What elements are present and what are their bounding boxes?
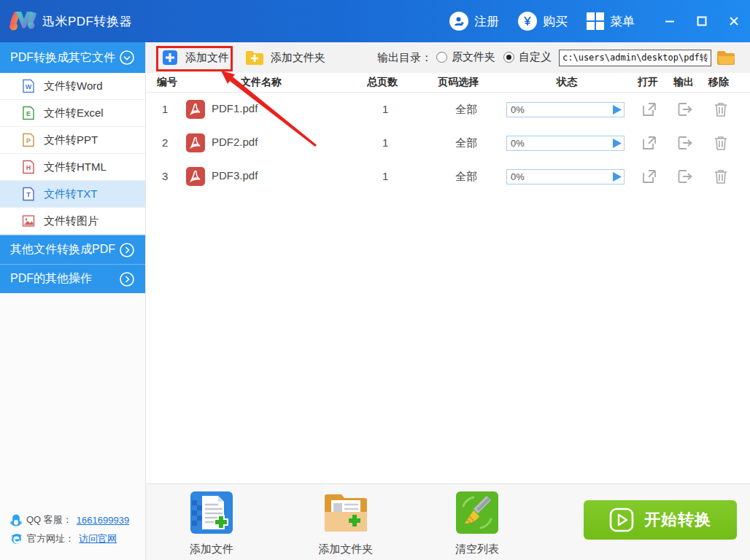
open-output-icon[interactable]	[677, 168, 693, 184]
register-label: 注册	[474, 13, 499, 30]
close-button[interactable]	[718, 0, 750, 42]
add-file-icon	[161, 49, 179, 66]
add-file-big-button[interactable]: 添加文件	[168, 490, 255, 556]
browse-folder-icon[interactable]	[716, 49, 735, 66]
add-file-button[interactable]: 添加文件	[157, 47, 233, 69]
trash-icon[interactable]	[713, 101, 729, 117]
maximize-button[interactable]	[686, 0, 718, 42]
page-range[interactable]: 全部	[455, 103, 477, 117]
radio-original-folder[interactable]: 原文件夹	[436, 50, 495, 64]
menu-label: 菜单	[610, 13, 635, 30]
add-file-big-icon	[189, 490, 234, 535]
sidebar-section-pdf-other-ops[interactable]: PDF的其他操作	[0, 264, 145, 293]
txt-doc-icon: T	[22, 187, 35, 201]
radio-circle-checked	[503, 52, 514, 63]
col-remove: 移除	[708, 76, 729, 89]
menu-button[interactable]: 菜单	[587, 12, 635, 30]
trash-icon[interactable]	[713, 135, 729, 151]
svg-text:E: E	[26, 110, 31, 117]
play-icon[interactable]	[611, 138, 624, 149]
chevron-down-circle-icon	[119, 50, 135, 66]
sidebar-item-word[interactable]: W 文件转Word	[0, 73, 145, 100]
total-pages: 1	[382, 103, 388, 115]
table-row: 1 PDF1.pdf 1 全部 0%	[146, 93, 750, 126]
word-doc-icon: W	[22, 79, 35, 93]
sidebar-item-label: 文件转Word	[44, 79, 103, 93]
radio-custom-label: 自定义	[519, 50, 552, 64]
sidebar-item-image[interactable]: 文件转图片	[0, 208, 145, 235]
play-icon[interactable]	[611, 104, 624, 115]
clear-list-big-button[interactable]: 清空列表	[433, 490, 521, 556]
col-no: 编号	[157, 76, 177, 89]
output-path-input[interactable]	[559, 50, 711, 66]
row-number: 1	[162, 103, 168, 115]
col-name: 文件名称	[241, 76, 282, 89]
ie-browser-icon	[10, 533, 23, 545]
sidebar-section-other-to-pdf[interactable]: 其他文件转换成PDF	[0, 235, 145, 264]
open-output-icon[interactable]	[677, 135, 693, 151]
radio-original-label: 原文件夹	[452, 50, 495, 64]
bottom-bar: 添加文件 添加文件夹	[146, 483, 750, 560]
buy-button[interactable]: 购买	[518, 12, 568, 31]
sidebar-item-label: 文件转TXT	[44, 187, 97, 201]
sidebar-section-pdf-to-other[interactable]: PDF转换成其它文件	[0, 42, 145, 73]
col-open: 打开	[638, 76, 658, 89]
sidebar-item-label: 文件转HTML	[44, 160, 107, 174]
table-row: 3 PDF3.pdf 1 全部 0%	[146, 160, 750, 193]
col-status: 状态	[557, 76, 577, 89]
table-header: 编号 文件名称 总页数 页码选择 状态 打开 输出 移除	[146, 73, 750, 93]
file-name: PDF2.pdf	[212, 136, 258, 148]
minimize-button[interactable]	[654, 0, 686, 42]
svg-text:P: P	[26, 137, 31, 144]
page-range[interactable]: 全部	[455, 136, 477, 150]
sidebar-footer: QQ 客服： 1661699939 官方网址： 访问官网	[0, 510, 146, 548]
add-folder-big-button[interactable]: 添加文件夹	[302, 490, 390, 556]
section-label: 其他文件转换成PDF	[10, 242, 119, 257]
app-title: 迅米PDF转换器	[42, 13, 132, 30]
sidebar-item-txt[interactable]: T 文件转TXT	[0, 181, 145, 208]
svg-text:W: W	[26, 83, 32, 90]
open-output-icon[interactable]	[677, 101, 693, 117]
open-file-icon[interactable]	[641, 101, 657, 117]
open-file-icon[interactable]	[641, 135, 657, 151]
add-file-label: 添加文件	[185, 51, 229, 65]
sidebar-item-excel[interactable]: E 文件转Excel	[0, 100, 145, 127]
qq-number-link[interactable]: 1661699939	[77, 515, 129, 526]
radio-custom[interactable]: 自定义	[503, 50, 552, 64]
col-range: 页码选择	[438, 76, 479, 89]
official-site-link[interactable]: 访问官网	[79, 532, 117, 545]
sidebar: PDF转换成其它文件 W 文件转Word E 文件转Excel P	[0, 42, 146, 560]
menu-grid-icon	[587, 12, 604, 30]
page-range[interactable]: 全部	[455, 170, 477, 184]
pdf-file-icon	[186, 133, 205, 152]
total-pages: 1	[382, 170, 388, 182]
sidebar-item-ppt[interactable]: P 文件转PPT	[0, 127, 145, 154]
row-number: 3	[162, 170, 168, 182]
clear-list-big-icon	[455, 490, 500, 535]
trash-icon[interactable]	[713, 168, 729, 184]
start-play-icon	[609, 508, 634, 532]
register-icon	[449, 12, 468, 31]
add-folder-label: 添加文件夹	[271, 51, 325, 65]
file-name: PDF1.pdf	[212, 102, 258, 114]
section-label: PDF转换成其它文件	[10, 50, 119, 66]
add-folder-big-label: 添加文件夹	[302, 542, 390, 556]
titlebar: 迅米PDF转换器 注册 购买	[0, 0, 750, 42]
register-button[interactable]: 注册	[449, 12, 499, 31]
svg-text:H: H	[26, 164, 31, 171]
col-output: 输出	[673, 76, 694, 89]
open-file-icon[interactable]	[641, 168, 657, 184]
add-folder-big-icon	[322, 490, 369, 535]
section-label: PDF的其他操作	[10, 271, 119, 287]
progress-bar: 0%	[506, 136, 625, 151]
add-folder-button[interactable]: 添加文件夹	[241, 47, 330, 69]
col-pages: 总页数	[367, 76, 398, 89]
sidebar-item-html[interactable]: H 文件转HTML	[0, 154, 145, 181]
chevron-right-circle-icon	[119, 271, 135, 287]
start-convert-button[interactable]: 开始转换	[584, 500, 737, 540]
progress-bar: 0%	[506, 169, 625, 184]
buy-label: 购买	[543, 13, 568, 30]
pdf-file-icon	[186, 100, 205, 119]
play-icon[interactable]	[611, 171, 624, 182]
row-number: 2	[162, 136, 168, 149]
